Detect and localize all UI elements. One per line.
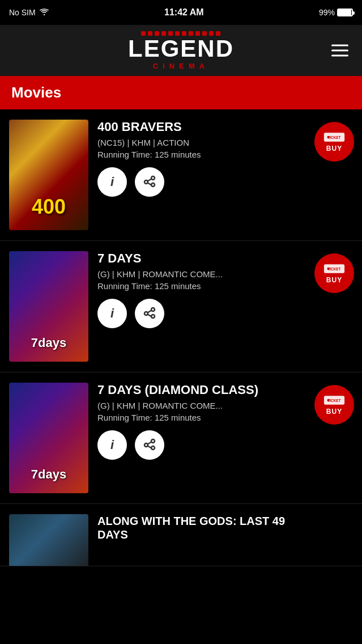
svg-line-2 <box>148 179 152 181</box>
buy-button-1[interactable]: TICKET BUY <box>314 122 354 162</box>
movie-info-4: ALONG WITH THE GODS: LAST 49 DAYS <box>88 514 353 545</box>
share-button-1[interactable] <box>135 167 164 197</box>
movie-runtime-1: Running Time: 125 minutes <box>97 150 313 159</box>
movie-title-4: ALONG WITH THE GODS: LAST 49 DAYS <box>97 514 313 541</box>
battery-icon <box>337 9 353 16</box>
section-title: Movies <box>11 84 351 101</box>
movie-poster-2 <box>9 251 88 362</box>
logo: LEGEND CINEMA <box>128 31 234 70</box>
movie-runtime-3: Running Time: 125 minutes <box>97 413 313 422</box>
buy-label-3: BUY <box>326 408 342 416</box>
share-icon-1 <box>143 175 156 189</box>
logo-text: LEGEND <box>128 37 234 61</box>
ticket-icon-2: TICKET <box>322 262 347 275</box>
movie-item-3: 7 DAYS (DIAMOND CLASS) (G) | KHM | ROMAN… <box>0 372 362 504</box>
status-bar: No SIM 11:42 AM 99% <box>0 0 362 25</box>
ticket-icon-3: TICKET <box>322 394 347 406</box>
hamburger-line-1 <box>331 45 348 46</box>
share-icon-2 <box>143 307 156 320</box>
app-header: LEGEND CINEMA <box>0 25 362 76</box>
movie-title-1: 400 BRAVERS <box>97 120 313 134</box>
menu-button[interactable] <box>329 43 351 59</box>
movie-item-1: 400 BRAVERS (NC15) | KHM | ACTION Runnin… <box>0 109 362 241</box>
svg-line-14 <box>148 446 152 448</box>
svg-line-8 <box>148 315 152 317</box>
movie-meta-3: (G) | KHM | ROMANTIC COME... <box>97 401 313 410</box>
info-icon-1: i <box>110 175 114 189</box>
movie-actions-3: i <box>97 430 313 460</box>
movie-info-2: 7 DAYS (G) | KHM | ROMANTIC COME... Runn… <box>88 251 353 328</box>
share-button-2[interactable] <box>135 299 164 328</box>
time-display: 11:42 AM <box>164 7 204 18</box>
buy-button-3[interactable]: TICKET BUY <box>314 385 354 425</box>
share-icon-3 <box>143 438 156 452</box>
info-button-1[interactable]: i <box>97 167 127 197</box>
logo-subtitle: CINEMA <box>153 62 209 70</box>
movie-poster-1 <box>9 120 88 230</box>
info-button-2[interactable]: i <box>97 299 127 328</box>
hamburger-line-3 <box>331 55 348 57</box>
svg-line-15 <box>148 442 152 444</box>
info-button-3[interactable]: i <box>97 430 127 460</box>
movie-title-3: 7 DAYS (DIAMOND CLASS) <box>97 383 313 397</box>
movie-title-2: 7 DAYS <box>97 251 313 266</box>
carrier-label: No SIM <box>9 8 36 17</box>
svg-line-1 <box>148 183 152 185</box>
share-button-3[interactable] <box>135 430 164 460</box>
wifi-icon <box>39 8 49 18</box>
svg-point-0 <box>44 14 45 15</box>
buy-label-2: BUY <box>326 276 342 284</box>
ticket-icon-1: TICKET <box>322 131 347 143</box>
movie-meta-1: (NC15) | KHM | ACTION <box>97 138 313 147</box>
movie-runtime-2: Running Time: 125 minutes <box>97 281 313 291</box>
buy-label-1: BUY <box>326 145 342 152</box>
movie-actions-1: i <box>97 167 313 197</box>
info-icon-3: i <box>110 438 114 452</box>
svg-line-9 <box>148 311 152 313</box>
hamburger-line-2 <box>331 50 348 52</box>
movie-meta-2: (G) | KHM | ROMANTIC COME... <box>97 269 313 279</box>
movie-actions-2: i <box>97 299 313 328</box>
svg-text:TICKET: TICKET <box>328 135 341 139</box>
battery-percent: 99% <box>319 8 335 17</box>
movie-item-2: 7 DAYS (G) | KHM | ROMANTIC COME... Runn… <box>0 241 362 372</box>
movie-info-3: 7 DAYS (DIAMOND CLASS) (G) | KHM | ROMAN… <box>88 383 353 460</box>
info-icon-2: i <box>110 306 114 321</box>
buy-button-2[interactable]: TICKET BUY <box>314 253 354 293</box>
status-right: 99% <box>319 8 353 17</box>
movie-poster-3 <box>9 383 88 493</box>
svg-text:TICKET: TICKET <box>328 399 341 402</box>
movie-list: 400 BRAVERS (NC15) | KHM | ACTION Runnin… <box>0 109 362 566</box>
svg-text:TICKET: TICKET <box>328 267 341 271</box>
status-left: No SIM <box>9 8 49 18</box>
movie-poster-4 <box>9 514 88 566</box>
movies-section-header: Movies <box>0 76 362 109</box>
movie-info-1: 400 BRAVERS (NC15) | KHM | ACTION Runnin… <box>88 120 353 197</box>
movie-item-4: ALONG WITH THE GODS: LAST 49 DAYS <box>0 504 362 566</box>
